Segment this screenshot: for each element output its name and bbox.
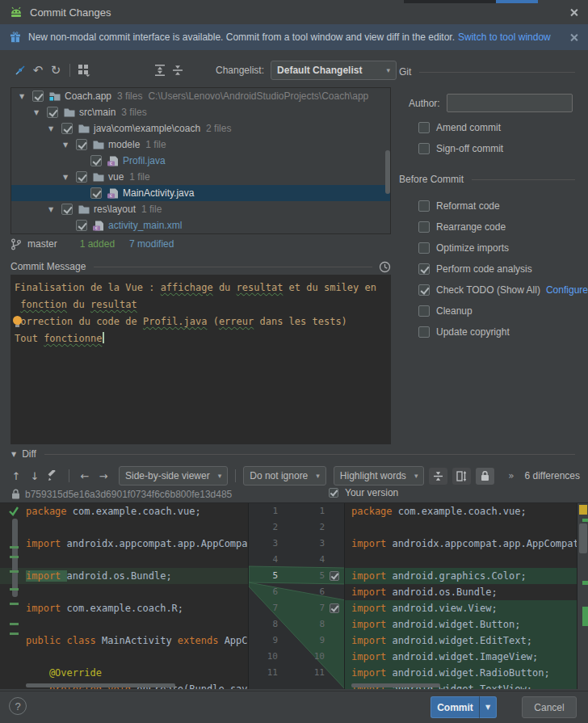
- signoff-commit-row[interactable]: Sign-off commit: [418, 138, 503, 159]
- added-stripe-marker[interactable]: [582, 519, 588, 522]
- before-commit-item[interactable]: Optimize imports: [418, 237, 588, 259]
- before-commit-item[interactable]: Cleanup: [418, 301, 588, 322]
- refresh-changes-icon[interactable]: [11, 61, 29, 79]
- added-stripe-marker[interactable]: [582, 607, 588, 626]
- collapse-all-icon[interactable]: [169, 61, 187, 79]
- your-version-toggle[interactable]: Your version: [329, 487, 398, 498]
- diff-left-pane[interactable]: package com.example.coach.vue;import and…: [0, 503, 248, 689]
- tree-row[interactable]: ▼res\layout1 file: [11, 201, 390, 217]
- option-checkbox[interactable]: [418, 221, 430, 233]
- expand-arrow-icon[interactable]: ▼: [17, 93, 32, 100]
- commit-message-editor[interactable]: Finalisation de la Vue : affichage du re…: [10, 275, 391, 444]
- expand-arrow-icon[interactable]: ▼: [61, 174, 76, 181]
- expand-all-icon[interactable]: [151, 61, 169, 79]
- expand-arrow-icon[interactable]: ▼: [46, 125, 61, 132]
- toolbar-overflow-chevron-icon[interactable]: »: [508, 470, 514, 481]
- highlight-policy-dropdown[interactable]: Highlight words ▾: [334, 466, 425, 486]
- tree-row[interactable]: ▼Coach.app3 filesC:\Users\Lenovo\Android…: [11, 88, 390, 104]
- amend-commit-row[interactable]: Amend commit: [418, 117, 503, 138]
- diff-right-pane[interactable]: package com.example.coach.vue;import and…: [345, 503, 577, 689]
- option-checkbox[interactable]: [418, 263, 430, 275]
- refresh-icon[interactable]: ↻: [47, 61, 65, 79]
- disable-editing-lock-icon[interactable]: [476, 468, 494, 485]
- changelist-dropdown[interactable]: Default Changelist ▾: [271, 61, 397, 80]
- tree-row[interactable]: ▼java\com\example\coach2 files: [11, 120, 390, 137]
- file-checkbox[interactable]: [76, 220, 87, 231]
- inspection-ok-icon[interactable]: [8, 505, 19, 519]
- rollback-icon[interactable]: ↶: [29, 61, 47, 79]
- expand-arrow-icon[interactable]: ▼: [46, 206, 61, 213]
- configure-link[interactable]: Configure: [546, 284, 588, 296]
- before-commit-item[interactable]: Update copyright: [418, 322, 588, 343]
- right-pane-hscrollbar[interactable]: [351, 683, 440, 687]
- whitespace-policy-dropdown[interactable]: Do not ignore ▾: [243, 466, 326, 486]
- synchronize-scrolling-icon[interactable]: [452, 468, 471, 485]
- commit-options-arrow[interactable]: ▼: [479, 696, 497, 718]
- option-checkbox[interactable]: [418, 200, 430, 212]
- cancel-button[interactable]: Cancel: [522, 696, 577, 718]
- compare-next-file-icon[interactable]: →: [95, 468, 111, 484]
- amend-commit-checkbox[interactable]: [418, 122, 430, 133]
- tree-row[interactable]: cactivity_main.xml: [11, 217, 390, 233]
- expand-arrow-icon[interactable]: ▼: [61, 141, 76, 149]
- before-commit-item[interactable]: Reformat code: [418, 195, 588, 216]
- collapse-unchanged-icon[interactable]: [429, 468, 447, 485]
- file-checkbox[interactable]: [76, 139, 87, 150]
- tree-scrollbar[interactable]: [385, 150, 390, 194]
- left-pane-hscrollbar[interactable]: [26, 683, 175, 687]
- author-input[interactable]: [447, 94, 573, 112]
- code-token: AppCompatActivity {: [225, 635, 248, 646]
- banner-close-icon[interactable]: [569, 33, 578, 42]
- android-icon: [10, 6, 23, 18]
- highlight-policy-value: Highlight words: [340, 470, 406, 481]
- switch-to-tool-window-link[interactable]: Switch to tool window: [458, 32, 551, 43]
- option-checkbox[interactable]: [418, 284, 430, 296]
- viewer-mode-dropdown[interactable]: Side-by-side viewer ▾: [119, 466, 228, 486]
- previous-difference-icon[interactable]: ↑: [8, 468, 24, 484]
- option-checkbox[interactable]: [418, 305, 430, 317]
- line-number: 7: [279, 600, 325, 616]
- option-checkbox[interactable]: [418, 242, 430, 254]
- file-checkbox[interactable]: [76, 171, 87, 183]
- commit-message-line: Finalisation de la Vue : affichage du re…: [15, 280, 387, 296]
- file-checkbox[interactable]: [90, 155, 102, 166]
- before-commit-item[interactable]: Check TODO (Show All)Configure: [418, 280, 588, 301]
- tree-row[interactable]: ▼vue1 file: [11, 169, 390, 185]
- tree-row[interactable]: ▼modele1 file: [11, 137, 390, 153]
- file-checkbox[interactable]: [32, 90, 44, 102]
- file-tree[interactable]: ▼Coach.app3 filesC:\Users\Lenovo\Android…: [10, 87, 391, 234]
- file-checkbox[interactable]: [47, 107, 58, 118]
- your-version-checkbox[interactable]: [329, 488, 338, 498]
- edit-source-icon[interactable]: [45, 468, 61, 484]
- commit-button[interactable]: Commit: [430, 696, 479, 718]
- warning-stripe-marker[interactable]: [579, 505, 587, 515]
- intention-bulb-icon[interactable]: [13, 316, 22, 325]
- apply-change-checkbox[interactable]: [330, 603, 339, 613]
- compare-previous-file-icon[interactable]: ←: [77, 468, 93, 484]
- window-close-icon[interactable]: [569, 8, 578, 17]
- tree-item-label: MainActivity.java: [123, 187, 194, 199]
- stripe-scroll-thumb[interactable]: [579, 523, 587, 553]
- tree-row[interactable]: cMainActivity.java: [11, 185, 390, 201]
- apply-change-checkbox[interactable]: [330, 571, 339, 581]
- expand-arrow-icon[interactable]: ▼: [32, 109, 47, 116]
- option-checkbox[interactable]: [418, 326, 430, 338]
- signoff-commit-checkbox[interactable]: [418, 143, 430, 154]
- help-button[interactable]: ?: [9, 697, 27, 715]
- file-checkbox[interactable]: [61, 123, 73, 134]
- file-checkbox[interactable]: [90, 187, 102, 199]
- next-difference-icon[interactable]: ↓: [27, 468, 43, 484]
- commit-split-button[interactable]: Commit ▼: [430, 696, 497, 718]
- diff-section-header[interactable]: ▼ Diff: [11, 448, 577, 460]
- message-history-icon[interactable]: [379, 261, 391, 273]
- file-checkbox[interactable]: [61, 204, 73, 215]
- collapse-triangle-icon[interactable]: ▼: [11, 451, 16, 458]
- tree-row[interactable]: cProfil.java: [11, 153, 390, 169]
- before-commit-item[interactable]: Rearrange code: [418, 216, 588, 237]
- added-stripe-marker[interactable]: [582, 581, 588, 585]
- tree-item-label: vue: [108, 171, 124, 183]
- tree-row[interactable]: ▼src\main3 files: [11, 104, 390, 120]
- group-by-icon[interactable]: [75, 61, 93, 79]
- error-stripe[interactable]: [577, 503, 588, 689]
- before-commit-item[interactable]: Perform code analysis: [418, 259, 588, 280]
